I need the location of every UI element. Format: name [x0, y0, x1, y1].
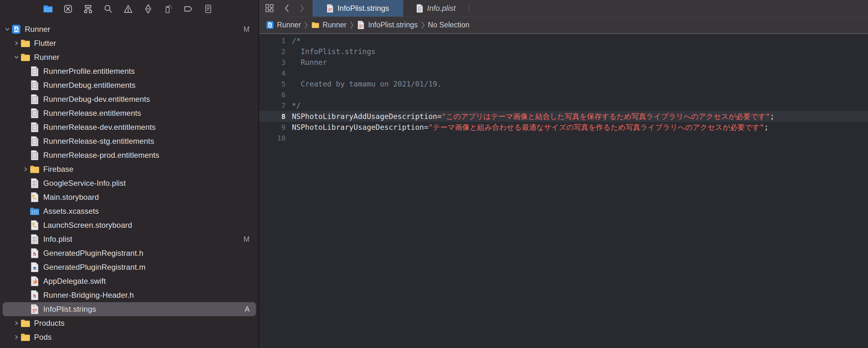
disclosure-chevron[interactable]: [22, 167, 30, 171]
line-number[interactable]: 8: [259, 113, 285, 121]
line-number[interactable]: 9: [259, 123, 285, 132]
code-line-7[interactable]: 7*/: [259, 100, 868, 111]
related-items-icon[interactable]: [265, 3, 274, 13]
xcode-project-icon: [11, 24, 21, 34]
tree-row-flutter[interactable]: Flutter: [3, 36, 256, 50]
breadcrumb-runner[interactable]: Runner: [266, 20, 301, 30]
entitlements-icon: [30, 136, 39, 146]
code-line-2[interactable]: 2 InfoPlist.strings: [259, 46, 868, 57]
code-line-8[interactable]: 8NSPhotoLibraryAddUsageDescription="このアプ…: [259, 111, 868, 122]
line-number[interactable]: 1: [259, 37, 285, 45]
tree-row-runner-bridging-header-h[interactable]: hRunner-Bridging-Header.h: [3, 288, 256, 302]
test-navigator-icon[interactable]: [144, 4, 153, 14]
breadcrumb-no-selection[interactable]: No Selection: [428, 21, 469, 29]
svg-text:“: “: [359, 21, 361, 25]
disclosure-chevron[interactable]: [3, 27, 11, 31]
breadcrumb-infoplist-strings[interactable]: “InfoPlist.strings: [357, 20, 418, 30]
tree-item-label: Flutter: [34, 39, 56, 48]
back-chevron-icon[interactable]: [284, 4, 290, 13]
tree-row-runnerrelease-dev-entitlements[interactable]: RunnerRelease-dev.entitlements: [3, 120, 256, 134]
tree-row-generatedpluginregistrant-m[interactable]: mGeneratedPluginRegistrant.m: [3, 260, 256, 274]
tree-row-googleservice-info-plist[interactable]: GoogleService-Info.plist: [3, 176, 256, 190]
tab-info-plist[interactable]: Info.plist: [403, 0, 469, 17]
debug-navigator-icon[interactable]: [163, 4, 173, 14]
tree-row-runnerrelease-stg-entitlements[interactable]: RunnerRelease-stg.entitlements: [3, 134, 256, 148]
tree-row-pods[interactable]: Pods: [3, 330, 256, 344]
code-line-3[interactable]: 3 Runner: [259, 57, 868, 68]
source-editor[interactable]: 1/*2 InfoPlist.strings3 Runner45 Created…: [259, 34, 868, 348]
svg-text:h: h: [33, 293, 36, 299]
tabs-host: “InfoPlist.stringsInfo.plist: [313, 0, 469, 17]
breadcrumb-runner[interactable]: Runner: [311, 20, 346, 30]
report-navigator-icon[interactable]: [204, 4, 213, 14]
code-line-6[interactable]: 6: [259, 89, 868, 100]
code-line-4[interactable]: 4: [259, 68, 868, 79]
disclosure-chevron[interactable]: [12, 335, 21, 340]
tree-row-runner[interactable]: RunnerM: [3, 22, 256, 36]
jump-bar: RunnerRunner“InfoPlist.stringsNo Selecti…: [259, 17, 868, 34]
line-number[interactable]: 4: [259, 69, 285, 77]
breadcrumb-label: Runner: [322, 21, 346, 29]
code-line-10[interactable]: 10: [259, 133, 868, 143]
tree-item-label: RunnerDebug-dev.entitlements: [43, 95, 150, 104]
code-text: NSPhotoLibraryUsageDescription="テーマ画像と組み…: [292, 122, 769, 132]
disclosure-chevron[interactable]: [12, 321, 21, 325]
line-number[interactable]: 2: [259, 48, 285, 56]
line-number[interactable]: 3: [259, 59, 285, 66]
tree-item-label: RunnerRelease-prod.entitlements: [43, 151, 159, 160]
tree-row-infoplist-strings[interactable]: “InfoPlist.stringsA: [3, 302, 256, 316]
strings-icon: “: [327, 4, 334, 13]
swift-icon: [30, 276, 39, 286]
forward-chevron-icon[interactable]: [299, 4, 305, 13]
tree-row-runnerprofile-entitlements[interactable]: RunnerProfile.entitlements: [3, 64, 256, 78]
line-number[interactable]: 10: [259, 134, 285, 142]
project-file-tree: RunnerMFlutterRunnerRunnerProfile.entitl…: [0, 18, 258, 348]
tree-row-assets-xcassets[interactable]: Assets.xcassets: [3, 204, 256, 218]
code-line-9[interactable]: 9NSPhotoLibraryUsageDescription="テーマ画像と組…: [259, 122, 868, 133]
tree-row-runnerdebug-entitlements[interactable]: RunnerDebug.entitlements: [3, 78, 256, 92]
source-control-navigator-icon[interactable]: [63, 4, 73, 14]
tree-row-products[interactable]: Products: [3, 316, 256, 330]
tree-row-runner[interactable]: Runner: [3, 50, 256, 64]
tree-row-generatedpluginregistrant-h[interactable]: hGeneratedPluginRegistrant.h: [3, 246, 256, 260]
tree-row-appdelegate-swift[interactable]: AppDelegate.swift: [3, 274, 256, 288]
code-text: /*: [292, 36, 301, 45]
line-number[interactable]: 7: [259, 102, 285, 110]
code-text: NSPhotoLibraryAddUsageDescription="このアプリ…: [292, 112, 775, 121]
tree-row-firebase[interactable]: Firebase: [3, 162, 256, 176]
tree-item-label: RunnerDebug.entitlements: [43, 81, 135, 90]
disclosure-chevron[interactable]: [12, 55, 21, 59]
tab-divider: [469, 3, 469, 13]
tree-item-label: LaunchScreen.storyboard: [43, 221, 132, 230]
assets-icon: [30, 206, 39, 216]
tree-row-launchscreen-storyboard[interactable]: LaunchScreen.storyboard: [3, 218, 256, 232]
line-number[interactable]: 5: [259, 80, 285, 88]
svg-text:“: “: [33, 305, 35, 309]
strings-icon: “: [357, 20, 365, 30]
line-number[interactable]: 6: [259, 91, 285, 99]
code-segment-plain: NSPhotoLibraryUsageDescription=: [292, 123, 428, 132]
symbol-navigator-icon[interactable]: [83, 4, 93, 14]
code-segment-string: "テーマ画像と組み合わせる最適なサイズの写真を作るため写真ライブラリへのアクセス…: [428, 123, 764, 132]
tree-row-main-storyboard[interactable]: Main.storyboard: [3, 190, 256, 204]
tree-row-runnerrelease-prod-entitlements[interactable]: RunnerRelease-prod.entitlements: [3, 148, 256, 162]
navigator-sidebar: RunnerMFlutterRunnerRunnerProfile.entitl…: [0, 0, 259, 348]
editor-tab-bar: “InfoPlist.stringsInfo.plist: [259, 0, 868, 17]
tree-row-runnerrelease-entitlements[interactable]: RunnerRelease.entitlements: [3, 106, 256, 120]
code-segment-comment: Runner: [292, 58, 327, 66]
tree-row-runnerdebug-dev-entitlements[interactable]: RunnerDebug-dev.entitlements: [3, 92, 256, 106]
project-navigator-icon[interactable]: [43, 4, 53, 14]
editor-pane: “InfoPlist.stringsInfo.plist RunnerRunne…: [259, 0, 868, 348]
disclosure-chevron[interactable]: [12, 41, 21, 46]
code-line-5[interactable]: 5 Created by tamamu on 2021/01/19.: [259, 79, 868, 89]
entitlements-icon: [30, 150, 39, 160]
find-navigator-icon[interactable]: [103, 4, 113, 14]
breadcrumb-label: InfoPlist.strings: [368, 21, 418, 29]
plist-icon: [30, 234, 39, 244]
tab-infoplist-strings[interactable]: “InfoPlist.strings: [313, 0, 403, 17]
breakpoint-navigator-icon[interactable]: [183, 4, 193, 14]
code-line-1[interactable]: 1/*: [259, 35, 868, 46]
code-segment-comment: /*: [292, 36, 301, 45]
issue-navigator-icon[interactable]: [123, 4, 133, 14]
tree-row-info-plist[interactable]: Info.plistM: [3, 232, 256, 246]
